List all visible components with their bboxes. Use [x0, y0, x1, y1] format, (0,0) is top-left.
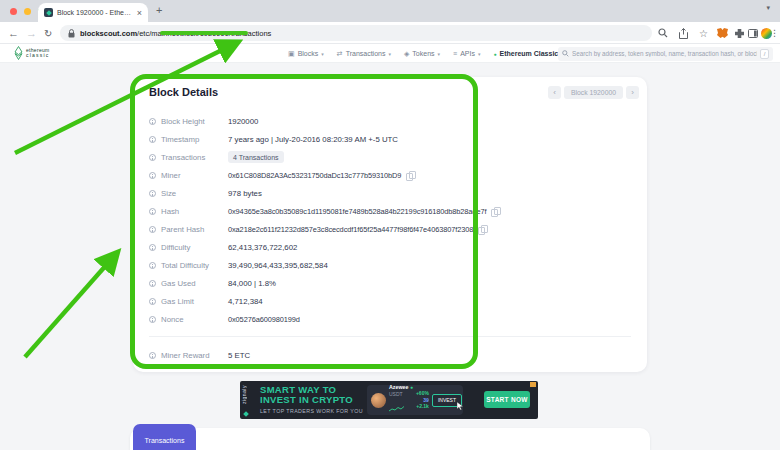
browser-tab[interactable]: Block 1920000 - Ethereum Classic ×: [38, 3, 148, 22]
block-height-value: 1920000: [228, 117, 258, 126]
search-shortcut-badge: /: [760, 49, 769, 59]
ad-headline-2: INVEST IN CRYPTO: [260, 395, 363, 405]
row-miner: Miner 0x61C808D82A3Ac53231750daDc13c777b…: [149, 166, 637, 184]
info-icon: [149, 118, 156, 125]
ad-invest-button[interactable]: INVEST: [432, 394, 462, 407]
browser-toolbar: ← → ↻ ⌂ blockscout.com/etc/mainnet/block…: [0, 22, 780, 44]
ad-start-now-button[interactable]: START NOW: [484, 391, 530, 408]
row-difficulty: Difficulty 62,413,376,722,602: [149, 238, 637, 256]
current-block-label: Block 1920000: [564, 86, 623, 99]
prev-block-button[interactable]: ‹: [548, 86, 561, 99]
window-minimize-button[interactable]: [24, 8, 31, 15]
difficulty-value: 62,413,376,722,602: [228, 243, 297, 252]
cursor-icon: [457, 402, 464, 410]
total-difficulty-value: 39,490,964,433,395,682,584: [228, 261, 328, 270]
copy-icon[interactable]: [406, 171, 414, 180]
search-input[interactable]: [572, 50, 757, 57]
info-icon: [149, 262, 156, 269]
info-icon: [149, 352, 156, 359]
row-gas-used: Gas Used 84,000 | 1.8%: [149, 274, 637, 292]
chevron-down-icon: ▾: [388, 51, 391, 57]
forward-button[interactable]: →: [26, 22, 37, 44]
nav-blocks[interactable]: ▣ Blocks ▾: [288, 50, 324, 58]
transactions-section-card: [130, 428, 650, 450]
tab-overview-chevron-icon[interactable]: ▾: [766, 4, 770, 12]
tab-transactions[interactable]: Transactions: [133, 424, 196, 450]
row-total-difficulty: Total Difficulty 39,490,964,433,395,682,…: [149, 256, 637, 274]
miner-address-link[interactable]: 0x61C808D82A3Ac53231750daDc13c777b59310b…: [228, 171, 401, 180]
lock-icon: [68, 29, 75, 38]
blockscout-favicon-icon: [44, 8, 53, 17]
copy-icon[interactable]: [491, 207, 499, 216]
info-icon: [149, 208, 156, 215]
row-nonce: Nonce 0x05276a600980199d: [149, 310, 637, 328]
annotation-url-underline: [160, 31, 248, 35]
reload-button[interactable]: ↻: [44, 22, 52, 44]
parent-hash-link[interactable]: 0xa218e2c611f21232d857e3c8cecdcdf1f65f25…: [228, 225, 473, 234]
miner-reward-value: 5 ETC: [228, 351, 250, 360]
new-tab-button[interactable]: +: [156, 4, 162, 16]
sparkline-icon: [389, 406, 405, 412]
nav-network-selector[interactable]: ● Ethereum Classic ▾: [493, 50, 563, 57]
back-button[interactable]: ←: [8, 22, 19, 44]
row-block-height: Block Height 1920000: [149, 112, 637, 130]
size-value: 978 bytes: [228, 189, 262, 198]
chevron-down-icon: ▾: [478, 51, 481, 57]
trader-volume: +2.1k: [416, 403, 429, 410]
metamask-extension-icon[interactable]: [717, 22, 728, 44]
info-icon: [149, 154, 156, 161]
url-bar[interactable]: blockscout.com/etc/mainnet/block/1920000…: [60, 25, 652, 41]
timestamp-value: 7 years ago | July-20-2016 08:20:39 AM +…: [228, 135, 398, 144]
chevron-down-icon: ▾: [321, 51, 324, 57]
page-title: Block Details: [149, 86, 218, 98]
trader-pct: +60%: [416, 390, 429, 397]
chevron-down-icon: ▾: [438, 51, 441, 57]
ad-subline: LET TOP TRADERS WORK FOR YOU: [260, 408, 363, 414]
next-block-button[interactable]: ›: [626, 86, 639, 99]
blocks-icon: ▣: [288, 50, 295, 58]
section-divider: [149, 336, 631, 337]
info-icon: [149, 136, 156, 143]
info-icon: [149, 226, 156, 233]
detail-rows: Block Height 1920000 Timestamp 7 years a…: [149, 112, 637, 328]
row-parent-hash: Parent Hash 0xa218e2c611f21232d857e3c8ce…: [149, 220, 637, 238]
copy-icon[interactable]: [478, 225, 486, 234]
transactions-icon: ⇄: [337, 50, 343, 58]
search-box[interactable]: /: [558, 47, 773, 61]
share-icon[interactable]: [679, 22, 688, 44]
tab-close-icon[interactable]: ×: [137, 8, 142, 18]
zoom-page-icon[interactable]: [658, 22, 668, 44]
row-hash: Hash 0x94365e3a8c0b35089c1d1195081fe7489…: [149, 202, 637, 220]
nav-transactions[interactable]: ⇄ Transactions ▾: [337, 50, 391, 58]
transactions-count-badge: 4 Transactions: [228, 151, 284, 163]
row-gas-limit: Gas Limit 4,712,384: [149, 292, 637, 310]
nav-tokens[interactable]: ◈ Tokens ▾: [404, 50, 440, 58]
tokens-icon: ◈: [404, 50, 409, 58]
block-details-card: Block Details ‹ Block 1920000 › Block He…: [133, 77, 647, 372]
zignaly-logo-icon: [243, 411, 249, 417]
ad-brand-zignaly: zignaly: [241, 385, 247, 404]
nav-apis[interactable]: ≡ APIs ▾: [453, 50, 480, 57]
search-icon: [562, 50, 569, 57]
info-icon: [149, 316, 156, 323]
logo-line2: classic: [26, 53, 50, 59]
info-icon: [149, 280, 156, 287]
online-dot-icon: ●: [410, 384, 413, 390]
side-panel-icon[interactable]: [748, 22, 758, 44]
ethereum-classic-logo[interactable]: ethereum classic: [14, 46, 50, 60]
info-icon: [149, 244, 156, 251]
info-icon: [149, 190, 156, 197]
info-icon: [149, 172, 156, 179]
browser-tabstrip: Block 1920000 - Ethereum Classic × + ▾: [0, 0, 780, 22]
extensions-puzzle-icon[interactable]: [735, 22, 744, 44]
url-domain: blockscout.com: [80, 29, 137, 38]
ad-banner[interactable]: zignaly SMART WAY TO INVEST IN CRYPTO LE…: [240, 381, 538, 419]
chrome-menu-icon[interactable]: ⋮: [770, 22, 779, 44]
window-close-button[interactable]: [10, 8, 17, 15]
row-timestamp: Timestamp 7 years ago | July-20-2016 08:…: [149, 130, 637, 148]
row-miner-reward: Miner Reward 5 ETC: [149, 346, 637, 364]
site-header: ethereum classic ▣ Blocks ▾ ⇄ Transactio…: [0, 44, 780, 63]
bookmark-star-icon[interactable]: ☆: [699, 22, 708, 44]
apis-icon: ≡: [453, 50, 457, 57]
ad-choices-icon[interactable]: [530, 382, 536, 387]
